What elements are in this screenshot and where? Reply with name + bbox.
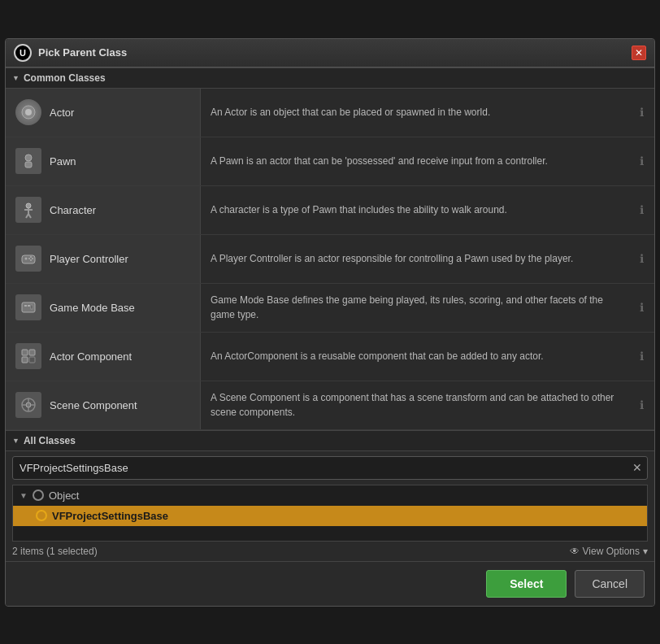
actor-component-icon xyxy=(15,343,41,369)
actor-component-label: Actor Component xyxy=(50,350,132,363)
class-tree: ▼ Object VFProjectSettingsBase xyxy=(12,485,648,542)
player-controller-label: Player Controller xyxy=(50,253,128,265)
class-row-pawn: Pawn A Pawn is an actor that can be 'pos… xyxy=(6,137,654,186)
object-expand-icon: ▼ xyxy=(20,491,28,500)
chevron-down-icon: ▾ xyxy=(643,546,648,557)
common-classes-label: Common Classes xyxy=(24,72,106,84)
player-controller-info-icon: ℹ xyxy=(635,235,654,283)
tree-row-object[interactable]: ▼ Object xyxy=(13,485,647,506)
actor-info-icon: ℹ xyxy=(635,89,654,137)
actor-component-info-icon: ℹ xyxy=(635,333,654,381)
svg-rect-9 xyxy=(22,255,35,263)
class-button-game-mode-base[interactable]: Game Mode Base xyxy=(6,284,201,332)
common-classes-header: ▼ Common Classes xyxy=(6,67,654,89)
class-row-player-controller: Player Controller A Player Controller is… xyxy=(6,235,654,284)
class-button-scene-component[interactable]: Scene Component xyxy=(6,381,201,429)
svg-line-8 xyxy=(28,214,31,218)
view-options-label: View Options xyxy=(583,546,640,557)
all-classes-header: ▼ All Classes xyxy=(6,430,654,451)
bottom-bar: Select Cancel xyxy=(6,561,654,606)
scene-component-icon xyxy=(15,392,41,418)
dialog-title: Pick Parent Class xyxy=(38,46,127,59)
search-bar: ✕ xyxy=(12,456,648,480)
svg-rect-19 xyxy=(22,350,28,355)
actor-component-description: An ActorComponent is a reusable componen… xyxy=(201,333,635,381)
svg-point-13 xyxy=(30,259,32,261)
vfproject-circle-icon xyxy=(36,510,47,521)
triangle-icon: ▼ xyxy=(12,74,20,82)
object-label: Object xyxy=(49,490,80,502)
item-count: 2 items (1 selected) xyxy=(12,546,98,557)
svg-rect-20 xyxy=(29,350,35,355)
cancel-button[interactable]: Cancel xyxy=(575,570,645,598)
svg-point-1 xyxy=(25,109,32,115)
svg-point-24 xyxy=(26,402,31,407)
class-row-scene-component: Scene Component A Scene Component is a c… xyxy=(6,381,654,430)
svg-point-2 xyxy=(25,154,32,161)
class-row-game-mode-base: Game Mode Base Game Mode Base defines th… xyxy=(6,284,654,333)
class-row-actor: Actor An Actor is an object that can be … xyxy=(6,89,654,137)
class-button-player-controller[interactable]: Player Controller xyxy=(6,235,201,283)
class-row-actor-component: Actor Component An ActorComponent is a r… xyxy=(6,333,654,381)
svg-rect-22 xyxy=(29,357,35,363)
close-button[interactable]: ✕ xyxy=(632,46,646,60)
game-mode-base-description: Game Mode Base defines the game being pl… xyxy=(201,284,635,332)
actor-icon xyxy=(15,99,41,125)
select-button[interactable]: Select xyxy=(486,570,567,598)
object-circle-icon xyxy=(33,490,44,501)
class-button-character[interactable]: Character xyxy=(6,186,201,234)
svg-rect-16 xyxy=(24,305,27,307)
class-button-pawn[interactable]: Pawn xyxy=(6,137,201,185)
svg-point-10 xyxy=(25,258,28,260)
character-description: A character is a type of Pawn that inclu… xyxy=(201,186,635,234)
svg-point-11 xyxy=(30,256,32,258)
actor-description: An Actor is an object that can be placed… xyxy=(201,89,635,137)
pawn-icon xyxy=(15,148,41,174)
pawn-description: A Pawn is an actor that can be 'possesse… xyxy=(201,137,635,185)
svg-rect-15 xyxy=(22,302,35,312)
title-bar-left: U Pick Parent Class xyxy=(14,44,127,62)
player-controller-icon xyxy=(15,246,41,272)
view-options-button[interactable]: 👁 View Options ▾ xyxy=(570,546,648,557)
search-input[interactable] xyxy=(13,457,627,479)
common-classes-list: Actor An Actor is an object that can be … xyxy=(6,89,654,430)
scene-component-description: A Scene Component is a component that ha… xyxy=(201,381,635,429)
svg-rect-17 xyxy=(28,305,30,307)
svg-rect-3 xyxy=(25,162,32,168)
scene-component-info-icon: ℹ xyxy=(635,381,654,429)
vfproject-label: VFProjectSettingsBase xyxy=(52,510,168,522)
game-mode-info-icon: ℹ xyxy=(635,284,654,332)
all-classes-triangle-icon: ▼ xyxy=(12,437,20,445)
pawn-info-icon: ℹ xyxy=(635,137,654,185)
class-button-actor-component[interactable]: Actor Component xyxy=(6,333,201,381)
status-bar: 2 items (1 selected) 👁 View Options ▾ xyxy=(6,542,654,561)
svg-point-4 xyxy=(26,203,31,208)
game-mode-base-label: Game Mode Base xyxy=(50,302,135,314)
scene-component-label: Scene Component xyxy=(50,399,137,411)
svg-point-12 xyxy=(32,258,33,259)
class-row-character: Character A character is a type of Pawn … xyxy=(6,186,654,235)
svg-point-14 xyxy=(28,258,30,259)
character-label: Character xyxy=(50,204,96,216)
pick-parent-class-dialog: U Pick Parent Class ✕ ▼ Common Classes A… xyxy=(5,38,655,607)
character-icon xyxy=(15,197,41,223)
tree-row-vfproject[interactable]: VFProjectSettingsBase xyxy=(13,506,647,526)
all-classes-label: All Classes xyxy=(24,435,76,446)
actor-label: Actor xyxy=(50,107,74,119)
character-info-icon: ℹ xyxy=(635,186,654,234)
player-controller-description: A Player Controller is an actor responsi… xyxy=(201,235,635,283)
class-button-actor[interactable]: Actor xyxy=(6,89,201,137)
search-clear-button[interactable]: ✕ xyxy=(627,458,647,477)
game-mode-icon xyxy=(15,294,41,320)
pawn-label: Pawn xyxy=(50,155,76,168)
svg-rect-18 xyxy=(31,305,33,309)
ue-logo: U xyxy=(14,44,32,62)
eye-icon: 👁 xyxy=(570,546,580,557)
svg-rect-21 xyxy=(22,357,28,363)
title-bar: U Pick Parent Class ✕ xyxy=(6,39,654,67)
